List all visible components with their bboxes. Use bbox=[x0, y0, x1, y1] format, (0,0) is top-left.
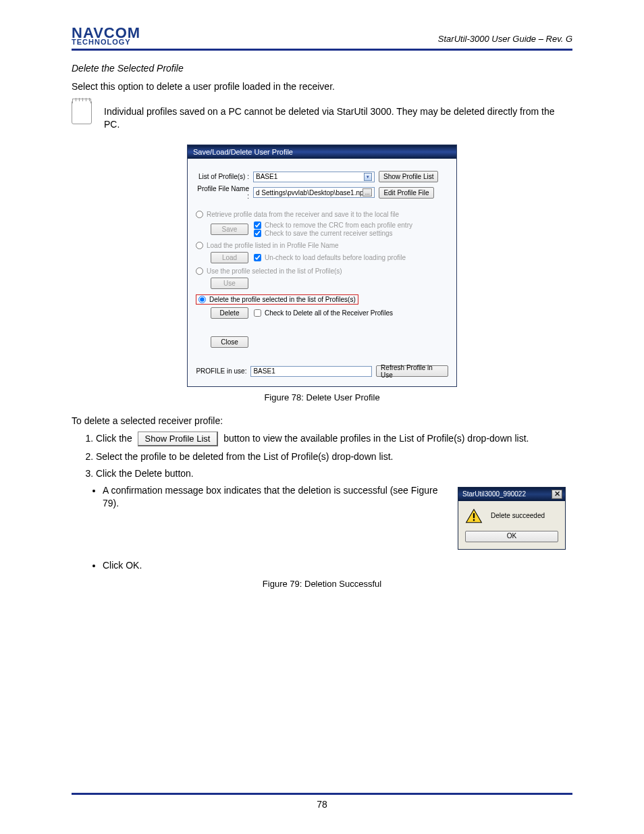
logo-line1: NAVCOM bbox=[72, 27, 140, 39]
save-button[interactable]: Save bbox=[211, 224, 248, 235]
list-profiles-label: List of Profile(s) : bbox=[196, 173, 253, 180]
page-number: 78 bbox=[317, 799, 327, 810]
show-profile-list-button[interactable]: Show Profile List bbox=[379, 171, 438, 182]
profile-dialog: Save/Load/Delete User Profile List of Pr… bbox=[187, 145, 457, 387]
step-1-text-b: button to view the available profiles in… bbox=[223, 433, 529, 444]
option-load[interactable]: Load the profile listed in in Profile Fi… bbox=[196, 242, 448, 249]
page-footer: 78 bbox=[72, 793, 572, 810]
option-retrieve[interactable]: Retrieve profile data from the receiver … bbox=[196, 211, 448, 218]
section-heading: Delete the Selected Profile bbox=[72, 63, 572, 74]
radio-load[interactable] bbox=[196, 242, 203, 249]
step-3: Click the Delete button. bbox=[96, 467, 572, 480]
checkbox-save-current[interactable] bbox=[254, 230, 261, 237]
checkbox-delete-all-label: Check to Delete all of the Receiver Prof… bbox=[265, 309, 393, 317]
profile-list-combo[interactable]: BASE1 ▾ bbox=[253, 172, 375, 182]
confirmation-dialog: StarUtil3000_990022 ✕ bbox=[458, 487, 566, 550]
profile-file-value: d Settings\pvvlab\Desktop\base1.npt bbox=[256, 189, 363, 197]
step-1-text-a: Click the bbox=[96, 433, 135, 444]
option-load-label: Load the profile listed in in Profile Fi… bbox=[207, 242, 339, 249]
edit-profile-file-button[interactable]: Edit Profile File bbox=[379, 187, 434, 199]
checkbox-uncheck-defaults[interactable] bbox=[254, 254, 261, 261]
radio-use[interactable] bbox=[196, 267, 203, 275]
dialog-titlebar: Save/Load/Delete User Profile bbox=[188, 145, 456, 159]
browse-button[interactable]: ... bbox=[363, 188, 372, 197]
figure-78-caption: Figure 78: Delete User Profile bbox=[72, 392, 572, 402]
radio-retrieve[interactable] bbox=[196, 211, 203, 218]
section-intro: Select this option to delete a user prof… bbox=[72, 80, 572, 93]
note-text: Individual profiles saved on a PC cannot… bbox=[104, 105, 572, 131]
checkbox-uncheck-defaults-label: Un-check to load defaults before loading… bbox=[265, 254, 406, 261]
option-retrieve-label: Retrieve profile data from the receiver … bbox=[207, 211, 399, 218]
delete-button[interactable]: Delete bbox=[211, 307, 248, 319]
radio-delete[interactable] bbox=[198, 296, 206, 303]
close-icon[interactable]: ✕ bbox=[552, 490, 562, 499]
page-header: NAVCOM TECHNOLOGY StarUtil-3000 User Gui… bbox=[72, 27, 572, 51]
notepad-icon bbox=[72, 101, 92, 124]
figure-79-caption: Figure 79: Deletion Successful bbox=[72, 579, 572, 589]
load-button[interactable]: Load bbox=[211, 252, 248, 263]
option-use[interactable]: Use the profile selected in the list of … bbox=[196, 267, 448, 275]
option-use-label: Use the profile selected in the list of … bbox=[207, 267, 342, 275]
checkbox-save-current-label: Check to save the current receiver setti… bbox=[265, 230, 393, 237]
steps-heading: To delete a selected receiver profile: bbox=[72, 415, 572, 427]
checkbox-remove-crc[interactable] bbox=[254, 221, 261, 229]
profile-list-value: BASE1 bbox=[256, 173, 277, 180]
logo: NAVCOM TECHNOLOGY bbox=[72, 27, 140, 45]
refresh-profile-button[interactable]: Refresh Profile in Use bbox=[376, 365, 448, 377]
confirmation-dialog-titlebar: StarUtil3000_990022 ✕ bbox=[458, 488, 565, 501]
profile-file-input[interactable]: d Settings\pvvlab\Desktop\base1.npt ... bbox=[253, 187, 375, 198]
use-button[interactable]: Use bbox=[211, 278, 248, 289]
step-2: Select the profile to be deleted from th… bbox=[96, 450, 572, 463]
svg-rect-2 bbox=[473, 519, 475, 521]
profile-file-label: Profile File Name : bbox=[196, 185, 253, 200]
ok-button[interactable]: OK bbox=[465, 531, 558, 542]
option-delete-highlight: Delete the profile selected in the list … bbox=[196, 294, 358, 305]
confirmation-dialog-title: StarUtil3000_990022 bbox=[462, 490, 526, 498]
svg-rect-1 bbox=[473, 513, 475, 518]
profile-in-use-label: PROFILE in use: bbox=[196, 367, 250, 375]
note-block: Individual profiles saved on a PC cannot… bbox=[72, 101, 572, 135]
profile-in-use-value: BASE1 bbox=[253, 367, 275, 375]
checkbox-delete-all[interactable] bbox=[254, 309, 261, 317]
chevron-down-icon[interactable]: ▾ bbox=[364, 173, 372, 181]
profile-in-use-input: BASE1 bbox=[250, 366, 372, 377]
option-delete-label: Delete the profile selected in the list … bbox=[209, 296, 356, 303]
bullet-2: Click OK. bbox=[103, 559, 572, 572]
document-title: StarUtil-3000 User Guide – Rev. G bbox=[438, 34, 572, 45]
close-button[interactable]: Close bbox=[211, 336, 248, 348]
confirmation-message: Delete succeeded bbox=[491, 512, 545, 519]
logo-line2: TECHNOLOGY bbox=[72, 39, 140, 45]
bullet-1: A confirmation message box indicates tha… bbox=[103, 484, 572, 552]
bullet-1-text: A confirmation message box indicates tha… bbox=[103, 484, 439, 510]
step-1: Click the Show Profile List button to vi… bbox=[96, 432, 572, 446]
document-title-line1: StarUtil-3000 User Guide – Rev. G bbox=[438, 34, 572, 45]
inline-show-profile-list-button[interactable]: Show Profile List bbox=[138, 432, 219, 446]
warning-icon bbox=[465, 508, 483, 524]
checkbox-remove-crc-label: Check to remove the CRC from each profil… bbox=[265, 221, 412, 229]
